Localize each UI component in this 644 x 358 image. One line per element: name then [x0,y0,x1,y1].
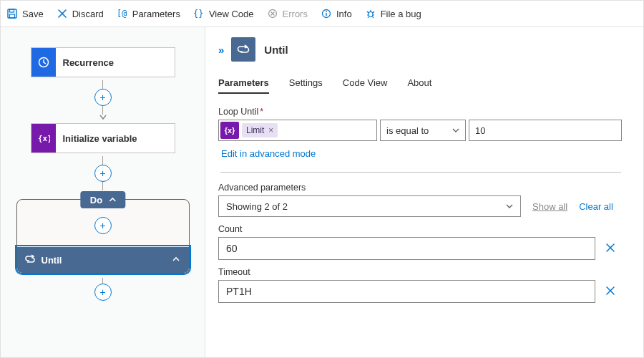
svg-text:[@]: [@] [117,9,128,19]
svg-rect-2 [10,14,15,18]
edit-advanced-mode-link[interactable]: Edit in advanced mode [221,148,316,159]
viewcode-button[interactable]: {} View Code [193,8,254,19]
braces-icon: {} [193,8,205,19]
viewcode-label: View Code [209,9,254,19]
workflow-canvas[interactable]: Recurrence + {x} Initialize variable [1,27,205,357]
until-label: Until [42,255,62,266]
operator-value: is equal to [386,125,429,136]
panel-tabs: Parameters Settings Code View About [218,77,630,94]
clear-count-button[interactable] [605,243,615,255]
initialize-variable-node[interactable]: {x} Initialize variable [31,123,175,153]
fx-icon: {x} [220,122,239,139]
loop-until-expression-input[interactable]: {x} Limit × [218,120,377,141]
tab-codeview[interactable]: Code View [343,77,388,94]
until-scope[interactable]: Do + Until [16,199,190,274]
svg-point-9 [369,12,373,17]
collapse-panel-button[interactable]: » [218,44,223,56]
tab-parameters[interactable]: Parameters [218,77,269,94]
recurrence-node[interactable]: Recurrence [31,47,175,77]
loop-icon [24,254,36,266]
add-step-button[interactable]: + [94,284,112,301]
do-label: Do [90,195,102,205]
section-divider [220,172,621,173]
svg-text:{}: {} [193,9,203,19]
parameters-label: Parameters [132,9,180,19]
error-icon [267,8,278,19]
timeout-input[interactable]: PT1H [218,280,595,303]
save-button[interactable]: Save [6,8,44,19]
save-icon [6,8,18,19]
add-step-button[interactable]: + [94,165,112,182]
advanced-parameters-dropdown[interactable]: Showing 2 of 2 [218,195,521,217]
parameters-icon: [@] [117,8,128,19]
tab-settings[interactable]: Settings [289,77,323,94]
add-step-button[interactable]: + [94,89,112,106]
panel-title: Until [264,44,288,56]
errors-button: Errors [267,8,308,19]
advanced-parameters-value: Showing 2 of 2 [226,201,288,212]
loop-until-label: Loop Until* [218,107,630,117]
count-label: Count [218,224,630,234]
info-icon [321,8,332,19]
close-icon [57,8,68,19]
svg-text:{x}: {x} [38,134,50,143]
discard-label: Discard [72,9,104,19]
variable-token-limit[interactable]: Limit × [242,123,278,137]
chevron-up-icon [172,255,180,266]
until-footer[interactable]: Until [17,247,189,273]
info-label: Info [336,9,352,19]
bug-icon [365,8,376,19]
parameters-button[interactable]: [@] Parameters [117,8,180,19]
comparison-value-input[interactable]: 10 [469,120,622,141]
chevron-down-icon [506,201,513,212]
chevron-down-icon [452,125,459,136]
initvar-label: Initialize variable [56,133,137,144]
clear-timeout-button[interactable] [605,286,615,298]
filebug-button[interactable]: File a bug [365,8,421,19]
timeout-label: Timeout [218,267,630,277]
filebug-label: File a bug [381,9,421,19]
clear-all-link[interactable]: Clear all [579,201,613,212]
clock-icon [31,48,56,77]
save-label: Save [22,9,44,19]
tab-about[interactable]: About [407,77,431,94]
show-all-link[interactable]: Show all [532,201,567,212]
operator-dropdown[interactable]: is equal to [380,120,466,141]
arrow-down-icon [99,115,107,120]
info-button[interactable]: Info [321,8,352,19]
svg-rect-0 [8,9,16,18]
variable-icon: {x} [31,124,56,153]
errors-label: Errors [283,9,308,19]
chevron-up-icon [108,195,117,204]
svg-point-7 [326,11,327,12]
remove-token-button[interactable]: × [268,125,273,135]
advanced-parameters-label: Advanced parameters [218,183,630,193]
count-input[interactable]: 60 [218,237,595,260]
svg-rect-8 [326,13,326,16]
loop-icon [231,37,255,62]
recurrence-label: Recurrence [56,57,114,68]
add-action-in-scope-button[interactable]: + [94,217,112,234]
details-panel: » Until Parameters Settings Code View Ab… [205,27,643,357]
designer-toolbar: Save Discard [@] Parameters {} View Code… [1,1,643,27]
discard-button[interactable]: Discard [57,8,104,19]
do-header[interactable]: Do [80,191,125,208]
